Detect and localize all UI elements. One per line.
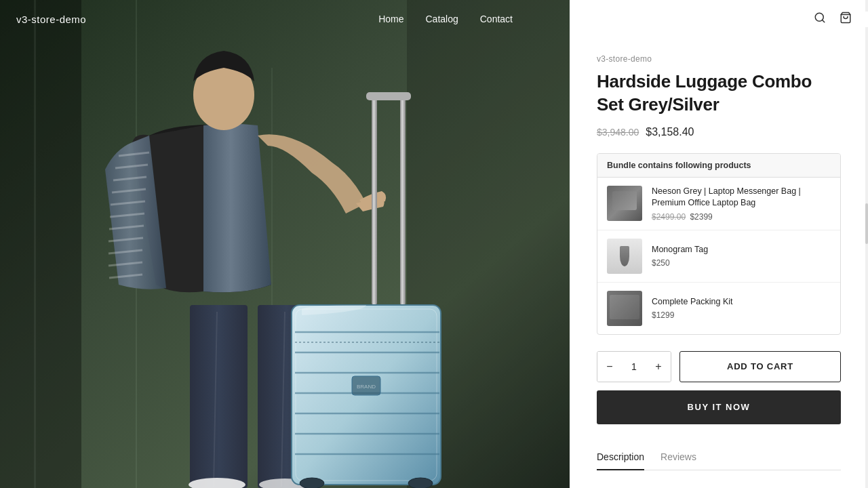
svg-rect-10 [190,305,248,488]
product-detail-section: v3-store-demo Hardside Luggage Combo Set… [570,0,868,488]
price-sale: $3,158.40 [646,126,694,138]
price-row: $3,948.00 $3,158.40 [597,126,841,138]
svg-line-1 [822,20,824,22]
bundle-item-2-price: $250 [652,258,831,268]
product-store-label: v3-store-demo [597,54,841,64]
bundle-item-3-thumb [607,291,642,326]
product-tabs: Description Reviews [597,445,841,470]
quantity-decrease-button[interactable]: − [597,351,622,382]
bundle-item-3-name: Complete Packing Kit [652,296,831,308]
product-image-section: BRAND [0,0,570,488]
bundle-item-1-thumb [607,186,642,221]
product-title: Hardside Luggage Combo Set Grey/Silver [597,70,841,117]
svg-rect-31 [366,92,411,100]
bundle-item-3-price: $1299 [652,310,831,320]
tab-reviews[interactable]: Reviews [660,445,696,470]
scrollbar-track [865,0,868,488]
product-image-bg: BRAND [0,0,570,488]
add-to-cart-row: − 1 + ADD TO CART [597,351,841,382]
header-right [570,12,868,27]
bundle-item-2-info: Monogram Tag $250 [652,244,831,268]
product-illustration: BRAND [0,0,570,488]
quantity-stepper: − 1 + [597,351,671,382]
site-header: v3-store-demo Home Catalog Contact [0,0,868,38]
scrollbar-thumb[interactable] [865,203,868,244]
bundle-box: Bundle contains following products Neeso… [597,153,841,335]
main-layout: BRAND v3-store-demo Hardside Luggage Com… [0,0,868,488]
bundle-item-1-price-sale: $2399 [690,212,712,222]
nav-home[interactable]: Home [378,14,403,24]
bundle-item: Neeson Grey | Laptop Messenger Bag | Pre… [597,178,840,230]
cart-icon[interactable] [840,12,852,27]
svg-point-44 [300,478,324,488]
header-left: v3-store-demo Home Catalog Contact [0,14,570,25]
bundle-item-1-price: $2499.00 $2399 [652,212,831,222]
nav-catalog[interactable]: Catalog [425,14,458,24]
add-to-cart-button[interactable]: ADD TO CART [679,351,841,382]
bundle-item-2-thumb [607,239,642,274]
store-logo: v3-store-demo [16,14,86,25]
svg-rect-30 [400,95,406,305]
bundle-item-2-name: Monogram Tag [652,244,831,256]
bundle-item-1-price-original: $2499.00 [652,212,686,222]
bundle-item: Complete Packing Kit $1299 [597,283,840,334]
bundle-item-1-info: Neeson Grey | Laptop Messenger Bag | Pre… [652,186,831,222]
search-icon[interactable] [814,12,826,27]
bundle-item-1-name: Neeson Grey | Laptop Messenger Bag | Pre… [652,186,831,209]
svg-point-45 [408,478,433,488]
price-original: $3,948.00 [597,127,639,138]
bundle-header: Bundle contains following products [597,154,840,178]
nav-contact[interactable]: Contact [480,14,513,24]
tab-description[interactable]: Description [597,445,644,470]
bundle-item: Monogram Tag $250 [597,230,840,283]
bundle-item-3-info: Complete Packing Kit $1299 [652,296,831,321]
svg-rect-29 [372,95,377,305]
svg-text:BRAND: BRAND [357,384,376,390]
quantity-increase-button[interactable]: + [646,351,671,382]
quantity-value: 1 [622,361,646,372]
svg-rect-8 [0,0,81,488]
main-nav: Home Catalog Contact [378,14,513,24]
buy-now-button[interactable]: BUY IT NOW [597,390,841,424]
